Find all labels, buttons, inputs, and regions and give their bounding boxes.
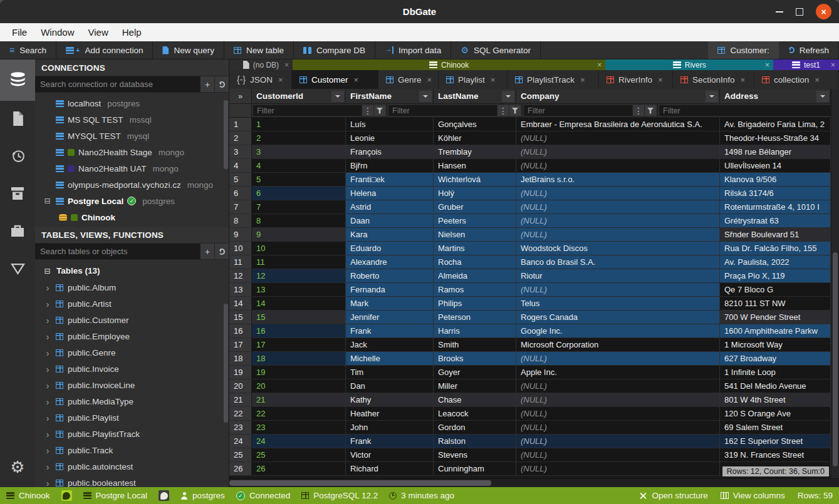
cell-lastname[interactable]: Smith [434, 338, 516, 352]
close-icon[interactable]: × [354, 75, 359, 85]
table-item-public-autoinctest[interactable]: ›public.autoinctest [35, 458, 229, 475]
toolbar-new-query[interactable]: New query [153, 41, 224, 59]
table-item-public-invoiceline[interactable]: ›public.InvoiceLine [35, 377, 229, 393]
cell-address[interactable]: Klanova 9/506 [720, 173, 831, 187]
cell-customerid[interactable]: 6 [252, 187, 346, 200]
cell-customerid[interactable]: 18 [252, 352, 346, 366]
cell-customerid[interactable]: 10 [252, 242, 346, 255]
cell-firstname[interactable]: Kathy [346, 393, 434, 407]
status-chip[interactable] [159, 490, 169, 501]
tab-playlisttrack[interactable]: PlaylistTrack× [508, 70, 599, 89]
cell-company[interactable]: Riotur [516, 269, 720, 283]
table-item-public-playlist[interactable]: ›public.Playlist [35, 409, 229, 426]
cell-firstname[interactable]: Jack [346, 338, 434, 352]
connections-scrollbar[interactable] [224, 100, 228, 169]
cell-company[interactable]: Banco do Brasil S.A. [516, 255, 720, 269]
cell-company[interactable]: Google Inc. [516, 324, 720, 338]
cell-address[interactable]: 1 Infinite Loop [720, 366, 831, 379]
filter-funnel-button[interactable] [644, 105, 656, 116]
close-icon[interactable]: × [741, 75, 746, 85]
row-number[interactable]: 21 [229, 393, 252, 407]
chevron-right-icon[interactable]: › [44, 299, 51, 309]
row-number[interactable]: 7 [229, 200, 252, 214]
cell-lastname[interactable]: Cunningham [434, 462, 516, 476]
row-number[interactable]: 26 [229, 462, 252, 476]
cell-firstname[interactable]: Fernanda [346, 283, 434, 297]
table-item-public-booleantest[interactable]: ›public.booleantest [35, 475, 229, 487]
status-chip[interactable] [61, 490, 72, 501]
row-number[interactable]: 5 [229, 173, 252, 187]
files-nav-button[interactable] [0, 101, 35, 138]
cell-company[interactable]: Rogers Canada [516, 311, 720, 324]
cell-customerid[interactable]: 19 [252, 366, 346, 379]
vertical-scrollbar[interactable] [831, 89, 839, 478]
cell-lastname[interactable]: Tremblay [434, 145, 516, 159]
close-icon[interactable]: × [658, 75, 663, 85]
cell-company[interactable]: (NULL) [516, 448, 720, 462]
cell-lastname[interactable]: Stevens [434, 448, 516, 462]
cell-customerid[interactable]: 4 [252, 159, 346, 173]
filter-menu-button[interactable]: ⋮ [362, 105, 373, 116]
connection-mysql-test[interactable]: MYSQL TESTmysql [35, 128, 229, 144]
row-number[interactable]: 15 [229, 311, 252, 324]
cell-firstname[interactable]: Roberto [346, 269, 434, 283]
cell-lastname[interactable]: Nielsen [434, 228, 516, 242]
cell-address[interactable]: 541 Del Medio Avenue [720, 379, 831, 393]
tab-sectioninfo[interactable]: SectionInfo× [673, 70, 754, 89]
cell-company[interactable]: (NULL) [516, 407, 720, 421]
cell-firstname[interactable]: Eduardo [346, 242, 434, 255]
cell-customerid[interactable]: 24 [252, 435, 346, 448]
tab-riverinfo[interactable]: RiverInfo× [599, 70, 673, 89]
row-number[interactable]: 17 [229, 338, 252, 352]
cell-firstname[interactable]: Heather [346, 407, 434, 421]
chevron-right-icon[interactable]: › [44, 478, 51, 488]
cell-customerid[interactable]: 20 [252, 379, 346, 393]
cell-company[interactable]: Telus [516, 297, 720, 311]
cell-company[interactable]: (NULL) [516, 159, 720, 173]
cell-customerid[interactable]: 5 [252, 173, 346, 187]
cell-customerid[interactable]: 12 [252, 269, 346, 283]
cell-address[interactable]: Sřnder Boulevard 51 [720, 228, 831, 242]
row-number[interactable]: 9 [229, 228, 252, 242]
cell-customerid[interactable]: 14 [252, 297, 346, 311]
cell-lastname[interactable]: Leacock [434, 407, 516, 421]
connections-nav-button[interactable] [0, 59, 35, 101]
toolbar-search[interactable]: ≡Search [0, 41, 56, 59]
cell-lastname[interactable]: Almeida [434, 269, 516, 283]
cell-customerid[interactable]: 25 [252, 448, 346, 462]
row-number[interactable]: 25 [229, 448, 252, 462]
row-number[interactable]: 6 [229, 187, 252, 200]
status-postgre-local[interactable]: Postgre Local [83, 491, 148, 500]
cell-lastname[interactable]: Hansen [434, 159, 516, 173]
row-number[interactable]: 16 [229, 324, 252, 338]
cell-customerid[interactable]: 1 [252, 118, 346, 131]
connection-nano2health-uat[interactable]: Nano2Health UATmongo [35, 160, 229, 177]
cell-company[interactable]: Woodstock Discos [516, 242, 720, 255]
cell-lastname[interactable]: Rocha [434, 255, 516, 269]
menu-window[interactable]: Window [34, 24, 81, 40]
row-number[interactable]: 20 [229, 379, 252, 393]
column-dropdown-button[interactable] [331, 91, 344, 102]
cell-firstname[interactable]: Bjřrn [346, 159, 434, 173]
row-number[interactable]: 2 [229, 131, 252, 145]
cell-address[interactable]: Av. Brigadeiro Faria Lima, 2 [720, 118, 831, 131]
tab-json[interactable]: {-}JSON× [229, 70, 292, 89]
tab-genre[interactable]: Genre× [378, 70, 439, 89]
cell-lastname[interactable]: Peeters [434, 214, 516, 228]
chevron-right-icon[interactable]: › [44, 445, 51, 456]
cell-company[interactable]: (NULL) [516, 462, 720, 476]
tab-customer[interactable]: Customer× [292, 70, 378, 89]
chevron-right-icon[interactable]: › [44, 396, 51, 407]
cell-company[interactable]: JetBrains s.r.o. [516, 173, 720, 187]
close-icon[interactable]: × [580, 75, 585, 85]
connection-postgre-local[interactable]: ⊟Postgre Local✓postgres [35, 193, 229, 209]
connection-chinook[interactable]: Chinook [35, 209, 229, 225]
cell-firstname[interactable]: Luís [346, 118, 434, 131]
cell-firstname[interactable]: Astrid [346, 200, 434, 214]
cell-company[interactable]: (NULL) [516, 352, 720, 366]
cell-customerid[interactable]: 8 [252, 214, 346, 228]
cell-firstname[interactable]: François [346, 145, 434, 159]
status-view-columns[interactable]: View columns [721, 491, 785, 500]
chevron-right-icon[interactable]: › [44, 331, 51, 342]
close-icon[interactable]: × [816, 4, 831, 19]
